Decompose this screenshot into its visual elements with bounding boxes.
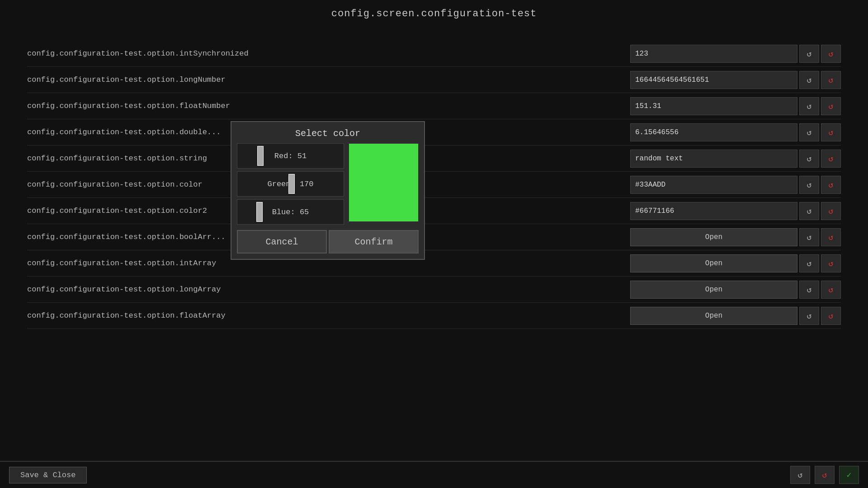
config-value-color2[interactable]: #66771166 [630, 202, 797, 220]
reset-btn-color[interactable]: ↺ [821, 176, 841, 194]
bottom-icons: ↺ ↺ ✓ [788, 466, 859, 484]
undo-btn-floatarray[interactable]: ↺ [799, 307, 819, 325]
table-row: config.configuration-test.option.color2 … [27, 198, 841, 224]
dialog-title: Select color [231, 122, 424, 143]
table-row: config.configuration-test.option.double.… [27, 119, 841, 145]
color-picker-dialog: Select color Red: 51 Green: 170 Blue: 65… [231, 121, 425, 260]
red-slider-thumb[interactable] [257, 146, 264, 166]
reset-btn-floatnumber[interactable]: ↺ [821, 97, 841, 115]
red-slider-label: Red: 51 [241, 152, 340, 160]
reset-btn-intarray[interactable]: ↺ [821, 254, 841, 272]
config-label-longarray: config.configuration-test.option.longArr… [27, 285, 630, 294]
undo-btn-color2[interactable]: ↺ [799, 202, 819, 220]
config-value-floatnumber[interactable]: 151.31 [630, 97, 797, 115]
reset-btn-color2[interactable]: ↺ [821, 202, 841, 220]
reset-btn-longarray[interactable]: ↺ [821, 281, 841, 299]
table-row: config.configuration-test.option.string … [27, 145, 841, 172]
config-label-floatarray: config.configuration-test.option.floatAr… [27, 311, 630, 320]
color-preview [349, 143, 419, 222]
green-slider-row[interactable]: Green: 170 [237, 171, 344, 197]
table-row: config.configuration-test.option.boolArr… [27, 224, 841, 250]
undo-btn-intsync[interactable]: ↺ [799, 45, 819, 63]
global-confirm-btn[interactable]: ✓ [839, 466, 859, 484]
bottom-bar: Save & Close ↺ ↺ ✓ [0, 461, 868, 488]
table-row: config.configuration-test.option.floatAr… [27, 303, 841, 329]
config-value-string[interactable]: random text [630, 150, 797, 168]
reset-btn-longnumber[interactable]: ↺ [821, 71, 841, 89]
config-label-floatnumber: config.configuration-test.option.floatNu… [27, 102, 630, 110]
global-undo-btn[interactable]: ↺ [790, 466, 810, 484]
reset-btn-string[interactable]: ↺ [821, 150, 841, 168]
dialog-footer: Cancel Confirm [231, 230, 424, 259]
blue-slider-thumb[interactable] [256, 202, 263, 222]
open-btn-floatarray[interactable]: Open [630, 307, 797, 325]
config-label-intsync: config.configuration-test.option.intSync… [27, 49, 630, 58]
blue-slider-row[interactable]: Blue: 65 [237, 199, 344, 225]
cancel-button[interactable]: Cancel [237, 230, 327, 253]
undo-btn-floatnumber[interactable]: ↺ [799, 97, 819, 115]
reset-btn-boolarray[interactable]: ↺ [821, 228, 841, 246]
undo-btn-longarray[interactable]: ↺ [799, 281, 819, 299]
config-label-intarray: config.configuration-test.option.intArra… [27, 259, 630, 267]
undo-btn-intarray[interactable]: ↺ [799, 254, 819, 272]
blue-slider-label: Blue: 65 [241, 208, 340, 216]
save-close-button[interactable]: Save & Close [9, 467, 87, 483]
green-slider-thumb[interactable] [288, 174, 295, 194]
table-row: config.configuration-test.option.color #… [27, 172, 841, 198]
undo-btn-double[interactable]: ↺ [799, 123, 819, 141]
undo-btn-longnumber[interactable]: ↺ [799, 71, 819, 89]
config-value-intsync[interactable]: 123 [630, 45, 797, 63]
config-value-double[interactable]: 6.15646556 [630, 123, 797, 141]
table-row: config.configuration-test.option.floatNu… [27, 93, 841, 119]
confirm-button[interactable]: Confirm [329, 230, 419, 253]
red-slider-row[interactable]: Red: 51 [237, 143, 344, 169]
table-row: config.configuration-test.option.intArra… [27, 250, 841, 277]
sliders-column: Red: 51 Green: 170 Blue: 65 [237, 143, 344, 225]
reset-btn-double[interactable]: ↺ [821, 123, 841, 141]
open-btn-intarray[interactable]: Open [630, 254, 797, 272]
reset-btn-intsync[interactable]: ↺ [821, 45, 841, 63]
config-label-longnumber: config.configuration-test.option.longNum… [27, 75, 630, 84]
undo-btn-boolarray[interactable]: ↺ [799, 228, 819, 246]
table-row: config.configuration-test.option.longNum… [27, 67, 841, 93]
open-btn-longarray[interactable]: Open [630, 281, 797, 299]
undo-btn-string[interactable]: ↺ [799, 150, 819, 168]
table-row: config.configuration-test.option.intSync… [27, 41, 841, 67]
reset-btn-floatarray[interactable]: ↺ [821, 307, 841, 325]
config-value-longnumber[interactable]: 16644564564561651 [630, 71, 797, 89]
config-value-color[interactable]: #33AADD [630, 176, 797, 194]
config-list: config.configuration-test.option.intSync… [0, 41, 868, 329]
undo-btn-color[interactable]: ↺ [799, 176, 819, 194]
table-row: config.configuration-test.option.longArr… [27, 277, 841, 303]
dialog-body: Red: 51 Green: 170 Blue: 65 [231, 143, 424, 230]
open-btn-boolarray[interactable]: Open [630, 228, 797, 246]
page-title: config.screen.configuration-test [0, 8, 868, 19]
global-reset-btn[interactable]: ↺ [815, 466, 835, 484]
